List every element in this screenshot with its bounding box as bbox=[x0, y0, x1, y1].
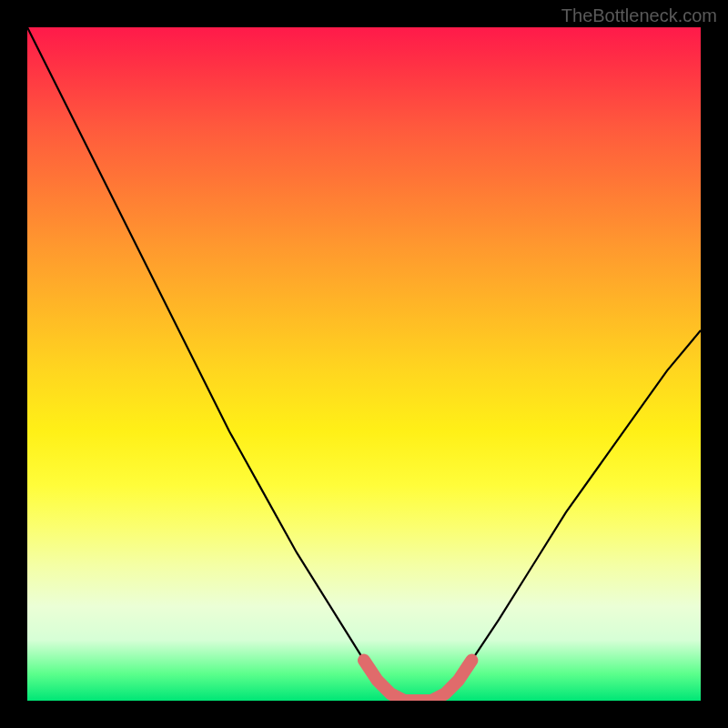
chart-plot-area bbox=[27, 27, 701, 701]
bottleneck-curve bbox=[27, 27, 701, 701]
watermark-text: TheBottleneck.com bbox=[561, 5, 717, 26]
bottleneck-highlight bbox=[364, 661, 471, 701]
chart-svg bbox=[27, 27, 701, 701]
